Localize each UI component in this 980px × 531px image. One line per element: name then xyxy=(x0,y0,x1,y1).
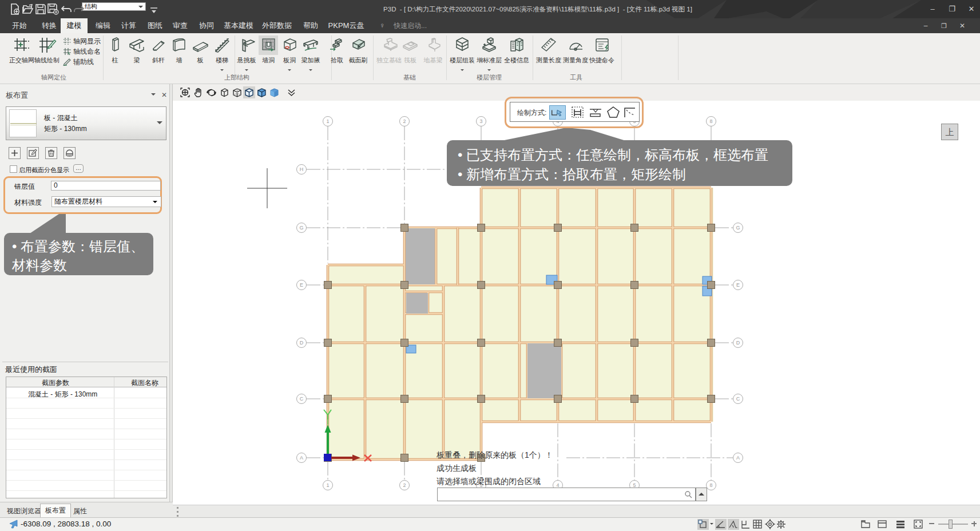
svg-text:8: 8 xyxy=(709,482,712,488)
svg-text:8: 8 xyxy=(709,118,712,124)
svg-text:G: G xyxy=(736,225,740,231)
svg-text:C: C xyxy=(300,396,304,402)
svg-text:E: E xyxy=(736,282,740,288)
svg-text:D: D xyxy=(736,340,740,346)
svg-text:A: A xyxy=(300,455,303,461)
svg-text:H: H xyxy=(300,167,304,172)
svg-text:1: 1 xyxy=(326,482,329,488)
svg-text:G: G xyxy=(299,225,303,231)
svg-text:D: D xyxy=(300,340,304,346)
svg-text:2: 2 xyxy=(403,118,406,124)
svg-text:E: E xyxy=(300,282,303,288)
svg-text:1: 1 xyxy=(326,118,329,124)
svg-text:2: 2 xyxy=(403,482,406,488)
svg-text:C: C xyxy=(736,396,740,402)
svg-text:A: A xyxy=(736,455,740,461)
